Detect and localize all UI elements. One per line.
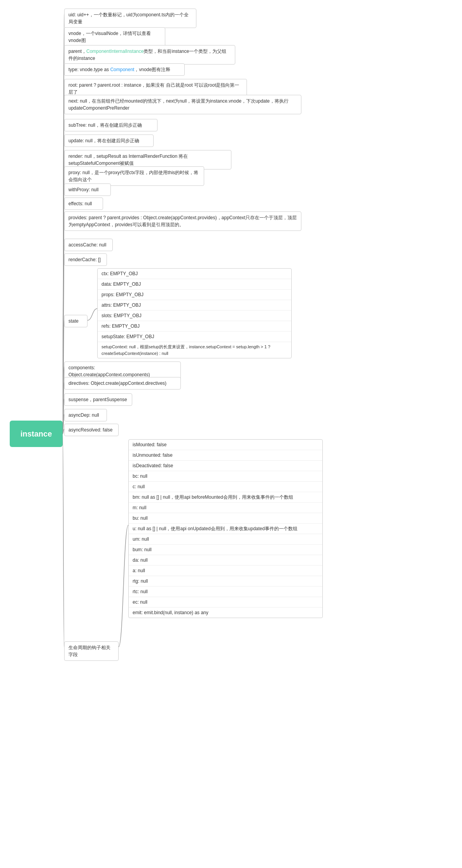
state-item-2: props: EMPTY_OBJ bbox=[98, 290, 291, 300]
lifecycle-item-15: ec: null bbox=[129, 597, 322, 608]
lifecycle-item-10: bum: null bbox=[129, 545, 322, 555]
lifecycle-item-14: rtc: null bbox=[129, 587, 322, 597]
branch-node-uid: uid: uid++，一个数量标记，uid为component.ts内的一个全局… bbox=[64, 9, 196, 28]
lifecycle-item-1: isUnmounted: false bbox=[129, 450, 322, 461]
lifecycle-item-11: da: null bbox=[129, 555, 322, 566]
lifecycle-item-5: bm: null as [] | null，使用api beforeMounte… bbox=[129, 492, 322, 503]
lifecycle-label: 生命周期的钩子相关字段 bbox=[64, 641, 119, 661]
branch-node-parent: parent，ComponentInternalInstance类型，和当前in… bbox=[64, 45, 235, 65]
branch-node-suspense: suspense，parentSuspense bbox=[64, 393, 132, 406]
state-sub-container: ctx: EMPTY_OBJdata: EMPTY_OBJprops: EMPT… bbox=[97, 268, 292, 358]
branch-node-type: type: vnode.type as Component，vnode图有注释 bbox=[64, 63, 185, 76]
branch-node-vnode: vnode，一个visualNode，详情可以查看vnode图 bbox=[64, 27, 165, 47]
mind-map: instance state ctx: EMPTY_OBJdata: EMPTY… bbox=[0, 0, 462, 868]
branch-node-update: update: null，将在创建后同步正确 bbox=[64, 134, 154, 147]
branch-node-proxy: proxy: null，是一个proxy代理ctx字段，内部使用this的时候，… bbox=[64, 166, 204, 186]
lifecycle-item-0: isMounted: false bbox=[129, 440, 322, 450]
lifecycle-item-16: emit: emit.bind(null, instance) as any bbox=[129, 608, 322, 618]
lifecycle-item-3: bc: null bbox=[129, 471, 322, 482]
lifecycle-label-text: 生命周期的钩子相关字段 bbox=[68, 645, 110, 657]
lifecycle-item-12: a: null bbox=[129, 566, 322, 576]
lifecycle-item-13: rtg: null bbox=[129, 576, 322, 587]
lifecycle-item-6: m: null bbox=[129, 503, 322, 513]
state-item-7: setupContext: null，根据setup的长度来设置，instanc… bbox=[98, 342, 291, 358]
branch-node-accessCache: accessCache: null bbox=[64, 239, 113, 251]
state-item-0: ctx: EMPTY_OBJ bbox=[98, 269, 291, 279]
lifecycle-item-4: c: null bbox=[129, 482, 322, 492]
lifecycle-sub-container: isMounted: falseisUnmounted: falseisDeac… bbox=[128, 439, 323, 618]
lifecycle-item-9: um: null bbox=[129, 534, 322, 545]
branch-node-withProxy: withProxy: null bbox=[64, 183, 111, 196]
state-label: state bbox=[64, 315, 88, 327]
branch-node-directives: directives: Object.create(appContext.dir… bbox=[64, 377, 181, 389]
state-item-4: slots: EMPTY_OBJ bbox=[98, 311, 291, 321]
state-label-text: state bbox=[68, 318, 79, 324]
state-item-1: data: EMPTY_OBJ bbox=[98, 279, 291, 290]
lifecycle-item-2: isDeactivated: false bbox=[129, 461, 322, 471]
branch-node-asyncDep: asyncDep: null bbox=[64, 409, 107, 421]
center-label: instance bbox=[20, 430, 52, 438]
branch-node-subTree: subTree: null，将在创建后同步正确 bbox=[64, 119, 158, 131]
center-node: instance bbox=[10, 421, 63, 447]
branch-node-asyncResolved: asyncResolved: false bbox=[64, 424, 119, 436]
branch-node-next: next: null，在当前组件已经mounted的情况下，next为null，… bbox=[64, 95, 301, 114]
branch-node-effects: effects: null bbox=[64, 197, 103, 210]
state-item-6: setupState: EMPTY_OBJ bbox=[98, 332, 291, 342]
branch-node-renderCache: renderCache: [] bbox=[64, 253, 107, 266]
branch-node-provides: provides: parent ? parent.provides : Obj… bbox=[64, 211, 301, 231]
state-item-5: refs: EMPTY_OBJ bbox=[98, 321, 291, 332]
lifecycle-item-7: bu: null bbox=[129, 513, 322, 524]
lifecycle-item-8: u: null as [] | null，使用api onUpdated会用到，… bbox=[129, 524, 322, 534]
state-item-3: attrs: EMPTY_OBJ bbox=[98, 300, 291, 311]
